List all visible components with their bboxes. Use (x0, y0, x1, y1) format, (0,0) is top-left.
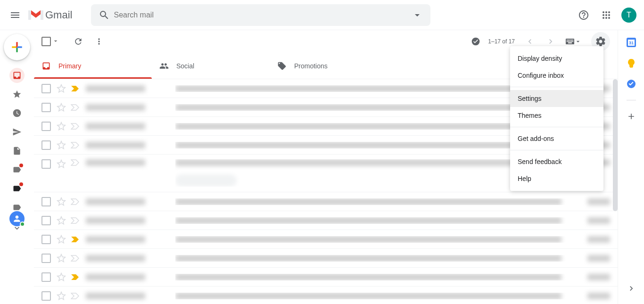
attachment-chip[interactable] (175, 174, 237, 187)
row-checkbox[interactable] (41, 84, 51, 93)
importance-marker[interactable] (71, 236, 79, 243)
menu-item-themes[interactable]: Themes (510, 107, 603, 124)
importance-marker[interactable] (71, 274, 79, 280)
tab-social[interactable]: Social (152, 53, 270, 79)
support-button[interactable] (574, 6, 593, 25)
app-name: Gmail (45, 9, 72, 21)
star-icon[interactable] (57, 254, 66, 263)
tasks-app[interactable] (627, 79, 636, 89)
importance-marker[interactable] (71, 159, 79, 166)
input-tools-button[interactable] (566, 38, 582, 45)
starred-nav[interactable] (9, 87, 25, 102)
select-dropdown[interactable] (52, 37, 59, 46)
search-input[interactable] (114, 11, 408, 19)
star-icon[interactable] (57, 84, 66, 93)
get-addons-button[interactable] (627, 112, 636, 123)
star-icon[interactable] (57, 235, 66, 244)
importance-marker[interactable] (71, 255, 79, 262)
tab-label: Primary (58, 62, 81, 70)
row-checkbox[interactable] (41, 103, 51, 112)
menu-item-help[interactable]: Help (510, 170, 603, 187)
caret-down-icon (52, 37, 59, 45)
sender (86, 142, 171, 148)
calendar-app[interactable]: 31 (627, 38, 636, 47)
email-row[interactable] (34, 230, 618, 249)
gmail-icon (28, 9, 43, 21)
row-checkbox[interactable] (41, 140, 51, 150)
drafts-nav[interactable] (9, 143, 25, 158)
row-checkbox[interactable] (41, 291, 51, 301)
row-checkbox[interactable] (41, 159, 51, 169)
calendar-icon: 31 (627, 38, 636, 47)
gmail-logo[interactable]: Gmail (28, 9, 72, 21)
star-icon[interactable] (57, 122, 66, 131)
compose-button[interactable] (4, 34, 30, 60)
inbox-icon (41, 61, 51, 71)
subject-preview (175, 217, 582, 224)
inbox-nav[interactable] (9, 68, 25, 83)
star-icon[interactable] (57, 272, 66, 282)
menu-item-display-density[interactable]: Display density (510, 50, 603, 67)
row-checkbox[interactable] (41, 272, 51, 282)
star-icon (12, 90, 22, 99)
menu-divider (510, 87, 603, 87)
star-icon[interactable] (57, 216, 66, 225)
row-checkbox[interactable] (41, 197, 51, 206)
menu-item-configure-inbox[interactable]: Configure inbox (510, 67, 603, 84)
svg-rect-8 (572, 40, 573, 41)
star-icon[interactable] (57, 291, 66, 301)
row-checkbox[interactable] (41, 122, 51, 131)
star-icon[interactable] (57, 140, 66, 150)
importance-marker[interactable] (71, 142, 79, 148)
star-icon[interactable] (57, 197, 66, 206)
keep-app[interactable] (627, 58, 636, 68)
email-row[interactable] (34, 192, 618, 211)
right-sidebar: 31 (618, 30, 644, 304)
importance-marker[interactable] (71, 198, 79, 205)
menu-item-send-feedback[interactable]: Send feedback (510, 153, 603, 170)
hangouts-avatar[interactable] (9, 211, 25, 226)
svg-rect-6 (570, 40, 570, 41)
importance-marker[interactable] (71, 217, 79, 224)
row-checkbox[interactable] (41, 235, 51, 244)
importance-marker[interactable] (71, 293, 79, 299)
email-row[interactable] (34, 287, 618, 304)
keyboard-icon (566, 39, 574, 44)
star-icon[interactable] (57, 159, 66, 169)
account-avatar[interactable]: T (621, 8, 636, 23)
menu-item-get-add-ons[interactable]: Get add-ons (510, 130, 603, 147)
sender (86, 274, 171, 280)
search-icon[interactable] (95, 6, 114, 25)
select-all-checkbox[interactable] (41, 37, 51, 46)
search-options-button[interactable] (408, 6, 427, 25)
email-row[interactable] (34, 249, 618, 268)
tab-primary[interactable]: Primary (34, 53, 152, 79)
importance-marker[interactable] (71, 123, 79, 130)
svg-text:31: 31 (628, 41, 633, 45)
email-row[interactable] (34, 268, 618, 287)
page-info: 1–17 of 17 (488, 38, 515, 45)
send-icon (12, 127, 22, 137)
date (582, 198, 610, 205)
svg-rect-9 (567, 41, 568, 42)
more-button[interactable] (90, 32, 108, 51)
svg-rect-1 (41, 10, 43, 20)
menu-item-settings[interactable]: Settings (510, 90, 603, 107)
row-checkbox[interactable] (41, 254, 51, 263)
snoozed-nav[interactable] (9, 106, 25, 121)
google-apps-button[interactable] (597, 6, 616, 25)
main-menu-button[interactable] (4, 4, 26, 26)
category-nav-2[interactable] (9, 181, 25, 196)
refresh-button[interactable] (69, 32, 88, 51)
row-checkbox[interactable] (41, 216, 51, 225)
category-nav-1[interactable] (9, 162, 25, 177)
email-row[interactable] (34, 211, 618, 230)
sender (86, 159, 171, 166)
scroll-thumb[interactable] (613, 79, 618, 211)
sent-nav[interactable] (9, 124, 25, 140)
side-panel-toggle[interactable] (627, 284, 636, 295)
star-icon[interactable] (57, 103, 66, 112)
importance-marker[interactable] (71, 85, 79, 92)
importance-marker[interactable] (71, 104, 79, 111)
tab-promotions[interactable]: Promotions (270, 53, 388, 79)
